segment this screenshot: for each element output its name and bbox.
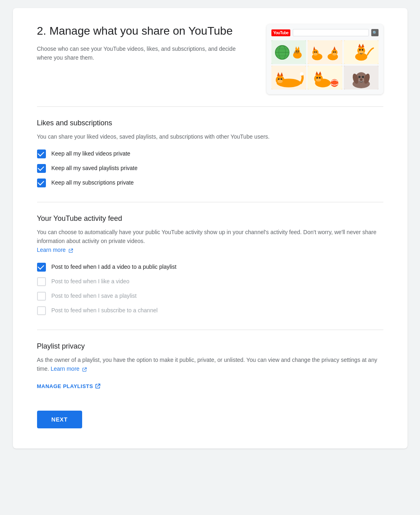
checkbox-liked-videos-box[interactable] xyxy=(37,150,46,158)
yt-thumb-3 xyxy=(344,40,379,64)
yt-search-icon: 🔍 xyxy=(371,29,379,36)
activity-section-title: Your YouTube activity feed xyxy=(37,214,383,223)
header-text: 2. Manage what you share on YouTube Choo… xyxy=(37,24,267,62)
svg-line-63 xyxy=(84,368,86,370)
likes-section-title: Likes and subscriptions xyxy=(37,119,383,127)
svg-point-50 xyxy=(319,77,320,79)
checkbox-subscriptions-label: Keep all my subscriptions private xyxy=(52,179,134,187)
svg-point-18 xyxy=(314,51,315,52)
yt-thumb-4 xyxy=(271,66,306,89)
svg-point-19 xyxy=(315,51,317,52)
svg-point-20 xyxy=(313,53,317,55)
section-divider-3 xyxy=(37,330,383,330)
checkbox-like-video-box[interactable] xyxy=(37,277,46,286)
checkbox-add-to-playlist-box[interactable] xyxy=(37,263,46,272)
svg-point-59 xyxy=(362,76,364,78)
svg-point-58 xyxy=(358,76,360,78)
svg-point-10 xyxy=(296,50,297,52)
svg-point-49 xyxy=(316,77,318,79)
checkbox-subscribe-channel-label: Post to feed when I subscribe to a chann… xyxy=(52,307,158,315)
checkbox-subscriptions[interactable]: Keep all my subscriptions private xyxy=(37,179,383,187)
likes-checkbox-list: Keep all my liked videos private Keep al… xyxy=(37,150,383,187)
checkbox-saved-playlists-box[interactable] xyxy=(37,164,46,173)
likes-section: Likes and subscriptions You can share yo… xyxy=(37,119,383,187)
yt-thumbnail-grid xyxy=(271,40,379,89)
checkbox-subscribe-channel-box[interactable] xyxy=(37,306,46,315)
playlist-external-link-icon xyxy=(82,367,87,372)
svg-point-24 xyxy=(333,51,334,52)
activity-checkbox-list: Post to feed when I add a video to a pub… xyxy=(37,263,383,315)
header-section: 2. Manage what you share on YouTube Choo… xyxy=(37,24,383,94)
checkbox-save-playlist-label: Post to feed when I save a playlist xyxy=(52,292,137,300)
svg-point-34 xyxy=(358,51,364,54)
svg-point-51 xyxy=(316,79,321,82)
external-link-icon xyxy=(68,248,73,253)
activity-section: Your YouTube activity feed You can choos… xyxy=(37,214,383,315)
checkbox-like-video-label: Post to feed when I like a video xyxy=(52,278,130,286)
yt-thumb-6 xyxy=(344,66,379,89)
page-title: 2. Manage what you share on YouTube xyxy=(37,24,250,38)
playlist-learn-more-link[interactable]: Learn more xyxy=(51,365,87,372)
checkbox-save-playlist[interactable]: Post to feed when I save a playlist xyxy=(37,292,383,301)
next-button[interactable]: NEXT xyxy=(37,411,83,428)
svg-line-64 xyxy=(97,384,100,386)
checkbox-add-to-playlist-label: Post to feed when I add a video to a pub… xyxy=(52,263,177,271)
section-divider-1 xyxy=(37,106,383,107)
svg-point-42 xyxy=(277,80,283,83)
checkbox-like-video[interactable]: Post to feed when I like a video xyxy=(37,277,383,286)
yt-thumb-5 xyxy=(308,66,342,89)
svg-point-25 xyxy=(335,51,336,52)
manage-playlists-link[interactable]: MANAGE PLAYLISTS xyxy=(37,383,101,389)
playlist-section-title: Playlist privacy xyxy=(37,342,383,351)
likes-section-description: You can share your liked videos, saved p… xyxy=(37,132,383,141)
header-description: Choose who can see your YouTube videos, … xyxy=(37,44,250,62)
playlist-section: Playlist privacy As the owner of a playl… xyxy=(37,342,383,390)
activity-learn-more-link[interactable]: Learn more xyxy=(37,247,73,253)
checkbox-subscribe-channel[interactable]: Post to feed when I subscribe to a chann… xyxy=(37,306,383,315)
main-card: 2. Manage what you share on YouTube Choo… xyxy=(13,8,408,449)
svg-point-26 xyxy=(332,53,337,55)
yt-thumb-2 xyxy=(308,40,342,64)
checkbox-saved-playlists-label: Keep all my saved playlists private xyxy=(52,164,138,172)
playlist-section-description: As the owner of a playlist, you have the… xyxy=(37,355,383,374)
yt-thumb-1 xyxy=(271,40,306,64)
checkbox-liked-videos-label: Keep all my liked videos private xyxy=(52,150,130,158)
svg-point-32 xyxy=(359,49,360,51)
svg-line-62 xyxy=(70,249,72,251)
activity-section-description: You can choose to automatically have you… xyxy=(37,228,383,255)
manage-playlists-icon xyxy=(95,383,101,389)
section-divider-2 xyxy=(37,202,383,202)
youtube-logo: YouTube xyxy=(271,29,291,36)
checkbox-add-to-playlist[interactable]: Post to feed when I add a video to a pub… xyxy=(37,263,383,272)
svg-point-61 xyxy=(360,78,362,81)
checkbox-save-playlist-box[interactable] xyxy=(37,292,46,301)
yt-search-bar xyxy=(293,29,368,36)
svg-point-7 xyxy=(295,49,300,54)
svg-point-11 xyxy=(298,50,299,52)
svg-point-43 xyxy=(300,72,303,76)
yt-browser-bar: YouTube 🔍 xyxy=(271,29,379,36)
checkbox-liked-videos[interactable]: Keep all my liked videos private xyxy=(37,150,383,158)
svg-point-33 xyxy=(362,49,363,51)
youtube-preview: YouTube 🔍 xyxy=(267,24,383,94)
checkbox-saved-playlists[interactable]: Keep all my saved playlists private xyxy=(37,164,383,173)
checkbox-subscriptions-box[interactable] xyxy=(37,179,46,187)
